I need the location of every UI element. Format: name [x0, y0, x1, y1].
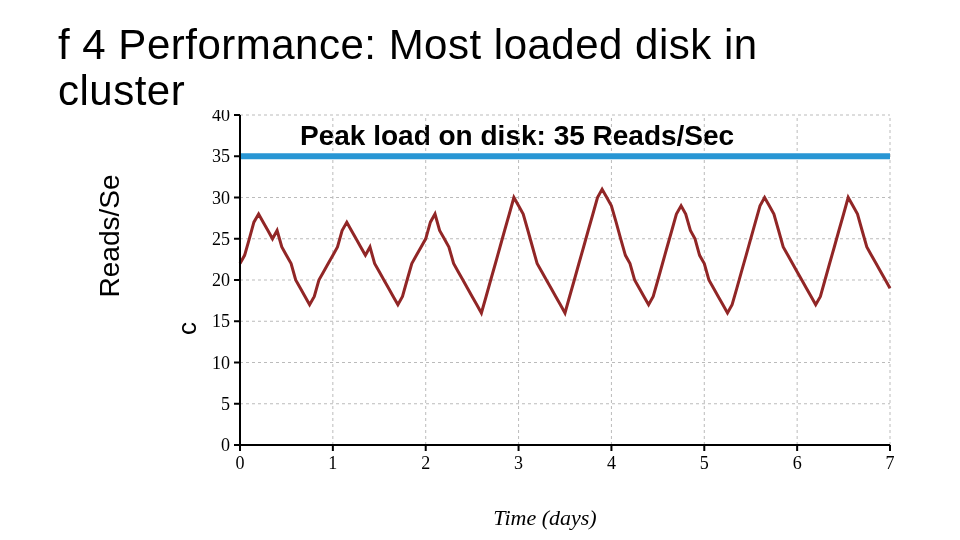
svg-text:20: 20 [212, 270, 230, 290]
svg-text:10: 10 [212, 353, 230, 373]
slide: f 4 Performance: Most loaded disk in clu… [0, 0, 960, 540]
svg-text:30: 30 [212, 188, 230, 208]
svg-text:40: 40 [212, 110, 230, 125]
svg-text:4: 4 [607, 453, 616, 473]
chart: 051015202530354001234567 [190, 110, 900, 480]
svg-text:0: 0 [221, 435, 230, 455]
svg-text:0: 0 [236, 453, 245, 473]
x-axis-label: Time (days) [190, 505, 900, 531]
svg-text:25: 25 [212, 229, 230, 249]
svg-text:2: 2 [421, 453, 430, 473]
svg-text:1: 1 [328, 453, 337, 473]
chart-svg: 051015202530354001234567 [190, 110, 900, 480]
svg-text:35: 35 [212, 146, 230, 166]
svg-text:5: 5 [221, 394, 230, 414]
svg-text:7: 7 [886, 453, 895, 473]
svg-text:6: 6 [793, 453, 802, 473]
slide-title: f 4 Performance: Most loaded disk in clu… [58, 22, 878, 114]
svg-text:5: 5 [700, 453, 709, 473]
svg-text:15: 15 [212, 311, 230, 331]
y-axis-label-main: Reads/Se [94, 175, 126, 298]
svg-text:3: 3 [514, 453, 523, 473]
